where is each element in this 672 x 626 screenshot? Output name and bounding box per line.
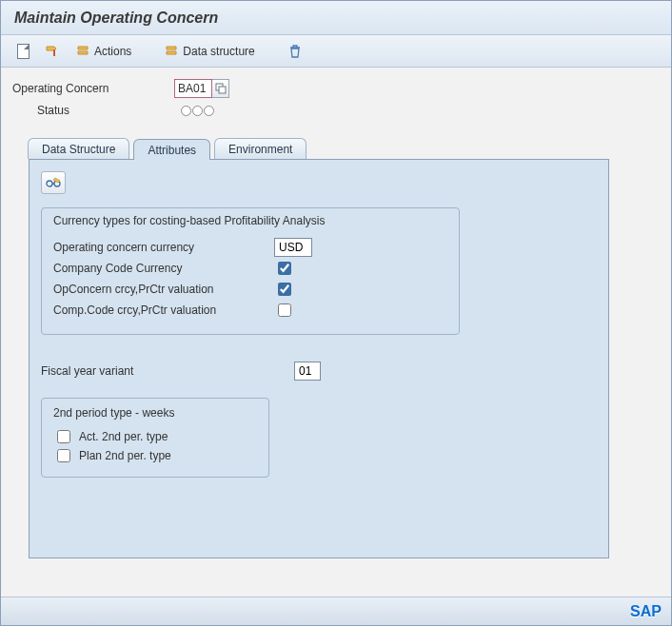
company-code-currency-checkbox[interactable] xyxy=(278,262,291,275)
compcode-prctr-label: Comp.Code crcy,PrCtr valuation xyxy=(53,303,274,317)
value-help-icon xyxy=(215,83,227,94)
actions-icon xyxy=(75,44,90,59)
act-2nd-checkbox[interactable] xyxy=(57,430,70,443)
opconcern-prctr-label: OpConcern crcy,PrCtr valuation xyxy=(53,283,274,296)
fiscal-year-variant-input[interactable] xyxy=(294,362,321,381)
status-dot-icon xyxy=(192,106,203,116)
tab-environment[interactable]: Environment xyxy=(214,138,306,159)
status-dot-icon xyxy=(204,106,214,116)
statusbar: SAP xyxy=(1,597,671,625)
tab-attributes[interactable]: Attributes xyxy=(133,139,210,160)
status-indicator xyxy=(174,106,660,116)
act-2nd-label: Act. 2nd per. type xyxy=(79,430,168,443)
content: Operating Concern Status Data Structure … xyxy=(1,68,671,558)
svg-rect-0 xyxy=(53,49,55,56)
page-title: Maintain Operating Concern xyxy=(14,10,218,27)
svg-rect-2 xyxy=(219,87,226,93)
fiscal-year-row: Fiscal year variant xyxy=(41,362,597,381)
status-dot-icon xyxy=(181,106,191,116)
company-code-currency-label: Company Code Currency xyxy=(53,262,274,275)
actions-label: Actions xyxy=(94,45,131,58)
status-label: Status xyxy=(12,104,174,117)
glasses-pencil-icon xyxy=(45,176,62,189)
wrench-icon xyxy=(45,44,60,59)
trash-icon xyxy=(287,44,303,59)
data-structure-icon xyxy=(164,44,179,59)
data-structure-label: Data structure xyxy=(183,45,254,58)
op-concern-currency-label: Operating concern currency xyxy=(53,241,274,254)
sap-logo: SAP xyxy=(630,603,662,620)
delete-button[interactable] xyxy=(283,40,307,63)
operating-concern-input[interactable] xyxy=(174,79,212,98)
titlebar: Maintain Operating Concern xyxy=(1,1,671,35)
plan-2nd-checkbox[interactable] xyxy=(57,449,70,462)
currency-types-legend: Currency types for costing-based Profita… xyxy=(53,214,447,227)
new-button[interactable] xyxy=(12,40,34,63)
second-period-group: 2nd period type - weeks Act. 2nd per. ty… xyxy=(41,398,269,478)
operating-concern-label: Operating Concern xyxy=(12,82,174,95)
data-structure-button[interactable]: Data structure xyxy=(159,40,259,63)
opconcern-prctr-checkbox[interactable] xyxy=(278,283,291,296)
tab-data-structure[interactable]: Data Structure xyxy=(28,138,129,159)
tabstrip: Data Structure Attributes Environment xyxy=(28,138,660,159)
fiscal-year-variant-label: Fiscal year variant xyxy=(41,364,294,378)
currency-types-group: Currency types for costing-based Profita… xyxy=(41,207,460,335)
svg-point-3 xyxy=(47,181,52,186)
tool-button[interactable] xyxy=(40,40,65,63)
document-icon xyxy=(17,44,30,59)
value-help-button[interactable] xyxy=(212,79,229,98)
op-concern-currency-input[interactable] xyxy=(274,238,312,257)
plan-2nd-label: Plan 2nd per. type xyxy=(79,449,171,462)
second-period-legend: 2nd period type - weeks xyxy=(53,406,257,420)
compcode-prctr-checkbox[interactable] xyxy=(278,303,291,317)
display-change-toggle[interactable] xyxy=(41,171,66,194)
toolbar: Actions Data structure xyxy=(1,35,671,68)
tab-panel-attributes: Currency types for costing-based Profita… xyxy=(29,159,609,558)
operating-concern-wrap xyxy=(174,79,660,98)
window: Maintain Operating Concern Actions Data … xyxy=(0,0,672,626)
header-fields: Operating Concern Status xyxy=(12,79,660,117)
actions-button[interactable]: Actions xyxy=(70,40,136,63)
